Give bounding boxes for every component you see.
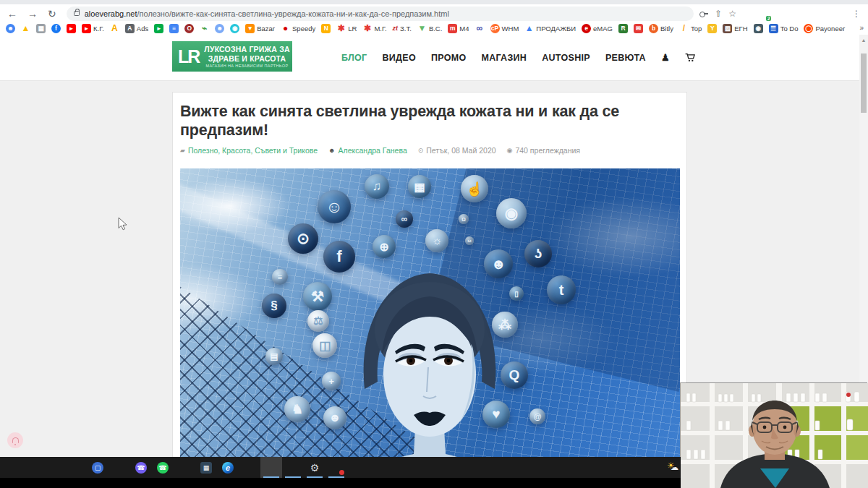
- reload-button[interactable]: ↻: [48, 8, 56, 20]
- bookmark-label: Payoneer: [815, 25, 845, 33]
- whatsapp-app[interactable]: ☎: [152, 457, 174, 478]
- bookmark-photos[interactable]: ▦: [36, 24, 46, 33]
- bookmark-shoe[interactable]: ⌁: [200, 24, 209, 33]
- browser-menu-icon[interactable]: ⋮: [852, 9, 861, 19]
- chrome-browser[interactable]: [260, 457, 282, 478]
- bookmark-label: M4: [459, 25, 469, 33]
- extension-facebook[interactable]: f: [774, 9, 784, 19]
- bookmark-whm[interactable]: cPWHM: [490, 24, 519, 33]
- bookmark-analytics[interactable]: A: [110, 24, 119, 33]
- bookmark-payoneer[interactable]: ◯Payoneer: [804, 24, 845, 33]
- notification-bell-button[interactable]: [7, 432, 23, 448]
- bookmark-n[interactable]: N: [321, 24, 331, 33]
- viber-app[interactable]: ☎: [130, 457, 152, 478]
- nav-magazin[interactable]: МАГАЗИН ♟ ∨: [481, 53, 527, 63]
- ssl-lock-icon[interactable]: [74, 11, 80, 16]
- bookmark-meet[interactable]: ▸: [154, 24, 163, 33]
- bookmark-bc[interactable]: ▼B.C.: [417, 24, 442, 33]
- bookmark-egn[interactable]: ▨ЕГН: [723, 24, 747, 33]
- address-bar[interactable]: aloeverabg.net/полезно/вижте-как-синята-…: [67, 7, 694, 21]
- bookmarks-bar: ☻▲▦f▸▸К.Г.AAAds▸≡O⌁☻◉▼Bazar●SpeedyN✱LR✱М…: [0, 22, 868, 35]
- extension-wordpress[interactable]: W2: [758, 9, 768, 19]
- bookmark-icon: /: [679, 24, 689, 33]
- calculator-app[interactable]: ▦: [195, 457, 217, 478]
- article-card: Вижте как синята светлина уврежда кожата…: [172, 92, 687, 457]
- edge-browser[interactable]: e: [217, 457, 239, 478]
- bookmark-drive[interactable]: ▲: [21, 24, 30, 33]
- omnibox-actions: ⇧ ☆: [699, 9, 736, 19]
- telegram-app-2[interactable]: [282, 457, 304, 478]
- share-icon[interactable]: ⇧: [715, 9, 722, 19]
- settings-app[interactable]: ⚙: [304, 457, 326, 478]
- start-button[interactable]: [0, 457, 22, 478]
- bookmark-bazar[interactable]: ▼Bazar: [245, 24, 275, 33]
- bookmark-m4[interactable]: mM4: [448, 24, 469, 33]
- bookmark-prodazhbi[interactable]: ▲ПРОДАЖБИ: [524, 24, 576, 33]
- bookmark-bitly[interactable]: bBitly: [649, 24, 673, 33]
- profile-avatar[interactable]: [838, 9, 848, 19]
- bookmark-ads[interactable]: AAds: [125, 24, 148, 33]
- bookmark-icon: e: [582, 24, 591, 33]
- extension-downloader[interactable]: ↓: [790, 9, 800, 19]
- file-explorer[interactable]: [65, 457, 87, 478]
- bookmark-zt[interactable]: ztЗ.Т.: [393, 24, 412, 33]
- logo-text: ЛУКСОЗНА ГРИЖА ЗА ЗДРАВЕ И КРАСОТА МАГАЗ…: [204, 45, 289, 67]
- bookmark-icon: ✉: [634, 24, 643, 33]
- nav-promo[interactable]: ПРОМО ♟ ∨: [431, 53, 467, 63]
- bookmark-mail[interactable]: ✉: [634, 24, 643, 33]
- bookmark-joomla-mg[interactable]: ✱М.Г.: [362, 24, 386, 33]
- bookmark-r[interactable]: R: [618, 24, 628, 33]
- nav-revyuta[interactable]: РЕВЮТА ♟ ∨: [605, 53, 646, 63]
- bookmark-y[interactable]: Y: [707, 24, 717, 33]
- nav-autoship[interactable]: AUTOSHIP ♟ ∨: [542, 53, 590, 63]
- bookmark-youtube[interactable]: ▸: [67, 24, 76, 33]
- brain-icon: ω: [465, 236, 474, 245]
- bookmark-person[interactable]: ☻: [215, 24, 224, 33]
- categories-links[interactable]: ▰Полезно, Красота, Съвети и Трикове: [180, 146, 318, 155]
- nav-blog[interactable]: БЛОГ ♟ ∨: [341, 53, 367, 63]
- bookmark-opera[interactable]: O: [184, 24, 194, 33]
- extensions-puzzle[interactable]: ▚: [806, 9, 816, 19]
- password-key-icon[interactable]: [699, 9, 708, 18]
- globe-icon: ⊕: [373, 235, 396, 258]
- bookmark-todo[interactable]: ☰To Do: [769, 24, 799, 33]
- scrollbar-up-arrow[interactable]: ▲: [859, 38, 868, 43]
- nav-cart[interactable]: ♟ ∨: [685, 53, 696, 62]
- messenger-green-app[interactable]: [174, 457, 195, 478]
- bookmark-speedy[interactable]: ●Speedy: [281, 24, 315, 33]
- task-view-button[interactable]: [43, 457, 65, 478]
- bookmark-glasses[interactable]: ∞: [475, 24, 485, 33]
- bookmark-cam[interactable]: ◉: [754, 24, 763, 33]
- firefox-browser[interactable]: [239, 457, 260, 478]
- bookmark-label: eMAG: [593, 25, 613, 33]
- bookmark-docs[interactable]: ≡: [169, 24, 179, 33]
- logo-line1: ЛУКСОЗНА ГРИЖА ЗА: [204, 45, 289, 53]
- bookmark-top[interactable]: /Top: [679, 24, 702, 33]
- site-logo[interactable]: LR ЛУКСОЗНА ГРИЖА ЗА ЗДРАВЕ И КРАСОТА МА…: [172, 41, 292, 72]
- bookmark-emag[interactable]: eeMAG: [582, 24, 613, 33]
- bookmark-icon: ☻: [6, 24, 15, 33]
- bookmark-star-icon[interactable]: ☆: [728, 9, 736, 19]
- bookmark-facebook[interactable]: f: [51, 24, 61, 33]
- bookmark-icon: ▸: [67, 24, 76, 33]
- voice-icon: ☺: [318, 190, 351, 223]
- author-link[interactable]: ☻Александра Ганева: [328, 146, 407, 155]
- bookmarks-overflow-icon[interactable]: »: [859, 24, 864, 32]
- scrollbar-thumb[interactable]: [861, 53, 867, 113]
- back-button[interactable]: ←: [7, 8, 17, 20]
- nav-account[interactable]: ♟ ∨: [661, 53, 670, 62]
- bookmark-teal[interactable]: ◉: [230, 24, 239, 33]
- extension-generic[interactable]: ◍: [742, 9, 752, 19]
- sidebar-toggle[interactable]: ◧: [822, 9, 832, 19]
- obs-app[interactable]: [326, 457, 347, 478]
- bookmark-profile[interactable]: ☻: [6, 24, 15, 33]
- bookmark-label: ЕГН: [734, 25, 747, 33]
- store-app[interactable]: ▢: [87, 457, 109, 478]
- nav-video[interactable]: ВИДЕО ♟ ∨: [382, 53, 415, 63]
- article-title: Вижте как синята светлина уврежда кожата…: [180, 102, 679, 140]
- telegram-app[interactable]: [109, 457, 130, 478]
- bookmark-joomla-lr[interactable]: ✱LR: [336, 24, 357, 33]
- bookmark-youtube-kg[interactable]: ▸К.Г.: [82, 24, 104, 33]
- taskbar-search[interactable]: [22, 457, 43, 478]
- forward-button[interactable]: →: [27, 8, 38, 20]
